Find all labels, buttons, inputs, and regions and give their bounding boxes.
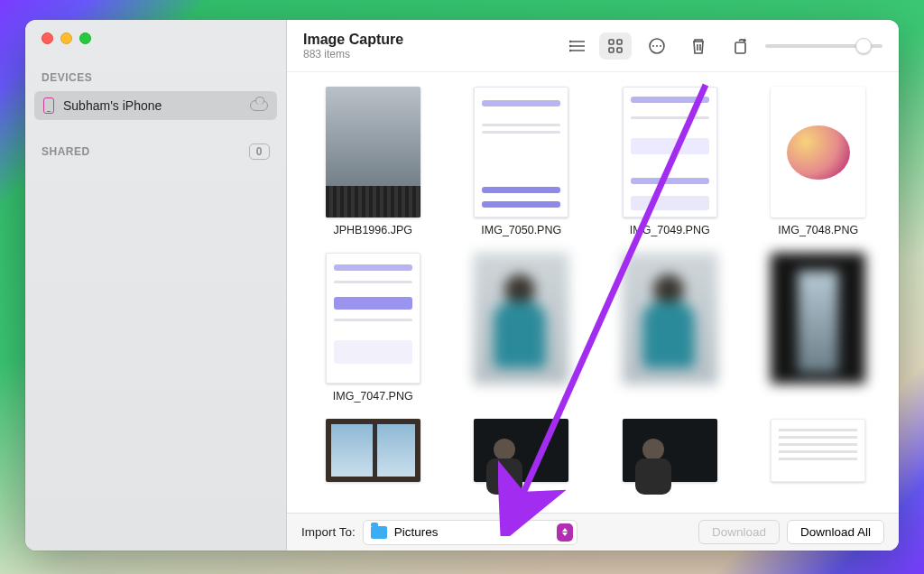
more-button[interactable]	[641, 32, 673, 60]
import-destination-value: Pictures	[394, 525, 439, 539]
thumbnail-item[interactable]: IMG_7049.PNG	[609, 87, 731, 236]
thumbnail-image	[326, 419, 420, 482]
svg-rect-9	[617, 48, 622, 52]
grid-view-button[interactable]	[599, 32, 632, 60]
ellipsis-circle-icon	[648, 37, 666, 55]
thumbnail-item[interactable]	[461, 253, 583, 403]
desktop-wallpaper: DEVICES Subham's iPhone SHARED 0 Image C…	[0, 0, 924, 574]
shared-count-badge: 0	[249, 144, 270, 160]
thumbnail-image	[474, 253, 568, 384]
trash-icon	[690, 37, 707, 55]
svg-rect-7	[617, 40, 622, 44]
rotate-icon	[731, 37, 749, 55]
item-count: 883 items	[303, 48, 403, 60]
download-all-button[interactable]: Download All	[787, 520, 884, 544]
thumbnail-image	[623, 419, 717, 482]
file-name: JPHB1996.JPG	[333, 224, 412, 236]
minimize-button[interactable]	[60, 32, 72, 44]
thumbnail-item[interactable]	[758, 253, 880, 403]
thumbnail-image	[623, 253, 717, 384]
thumbnail-image	[771, 419, 865, 482]
thumbnail-item[interactable]: IMG_7050.PNG	[461, 87, 583, 236]
thumbnail-grid[interactable]: JPHB1996.JPG IMG_7050.PNG IMG_7049.PNG	[287, 72, 899, 513]
sidebar: DEVICES Subham's iPhone SHARED 0	[25, 20, 287, 551]
thumbnail-item[interactable]	[609, 253, 731, 403]
main-pane: Image Capture 883 items	[287, 20, 899, 551]
import-to-label: Import To:	[301, 525, 356, 539]
sidebar-section-devices: DEVICES	[25, 44, 286, 91]
thumbnail-image	[326, 87, 420, 218]
rotate-button[interactable]	[724, 32, 756, 60]
thumbnail-image	[474, 87, 568, 218]
list-view-button[interactable]	[561, 32, 594, 60]
file-name: IMG_7049.PNG	[630, 224, 710, 236]
svg-point-13	[660, 45, 661, 47]
device-name: Subham's iPhone	[63, 98, 162, 113]
svg-point-12	[656, 45, 658, 47]
svg-rect-8	[609, 48, 614, 52]
thumbnail-item[interactable]	[312, 419, 434, 482]
iphone-icon	[43, 97, 54, 114]
file-name: IMG_7047.PNG	[333, 390, 413, 403]
window-controls	[25, 32, 286, 44]
sidebar-item-device[interactable]: Subham's iPhone	[34, 91, 277, 120]
svg-point-4	[570, 45, 571, 46]
svg-rect-14	[735, 42, 745, 53]
sidebar-section-shared: SHARED	[42, 145, 90, 158]
title-block: Image Capture 883 items	[303, 32, 403, 60]
thumbnail-image	[474, 419, 568, 482]
delete-button[interactable]	[682, 32, 715, 60]
svg-rect-6	[609, 40, 614, 44]
thumbnail-image	[623, 87, 717, 218]
close-button[interactable]	[42, 32, 53, 44]
thumbnail-item[interactable]	[609, 419, 731, 482]
list-icon	[569, 40, 586, 52]
thumbnail-item[interactable]: JPHB1996.JPG	[312, 87, 434, 236]
thumbnail-image	[771, 87, 865, 218]
thumbnail-item[interactable]	[461, 419, 583, 482]
thumbnail-image	[771, 253, 865, 384]
file-name: IMG_7048.PNG	[778, 224, 858, 236]
app-window: DEVICES Subham's iPhone SHARED 0 Image C…	[25, 20, 899, 551]
footer-bar: Import To: Pictures Download Download Al…	[287, 513, 899, 551]
thumbnail-item[interactable]	[758, 419, 880, 482]
view-segmented-control	[561, 32, 632, 60]
app-title: Image Capture	[303, 32, 403, 48]
zoom-slider[interactable]	[765, 44, 882, 48]
thumbnail-image	[326, 253, 420, 384]
svg-point-5	[570, 50, 571, 51]
thumbnail-item[interactable]: IMG_7047.PNG	[312, 253, 434, 403]
svg-point-11	[652, 45, 654, 47]
svg-point-3	[570, 41, 571, 42]
import-destination-picker[interactable]: Pictures	[363, 520, 578, 545]
cloud-icon	[250, 100, 268, 111]
toolbar: Image Capture 883 items	[287, 20, 899, 72]
file-name: IMG_7050.PNG	[481, 224, 561, 236]
download-button[interactable]: Download	[698, 520, 780, 544]
stepper-icon	[557, 523, 573, 542]
folder-icon	[371, 526, 387, 539]
zoom-button[interactable]	[79, 32, 91, 44]
thumbnail-item[interactable]: IMG_7048.PNG	[758, 87, 880, 236]
grid-icon	[608, 39, 623, 53]
